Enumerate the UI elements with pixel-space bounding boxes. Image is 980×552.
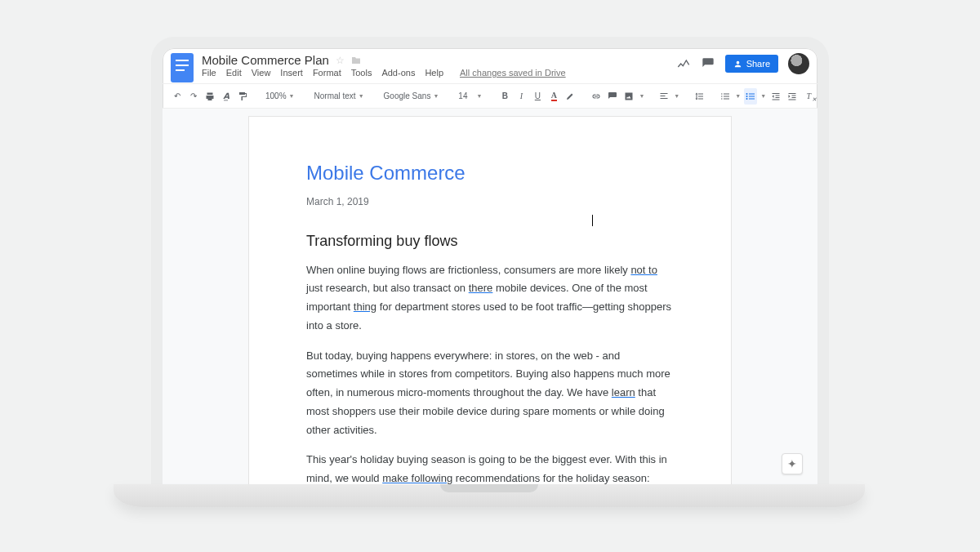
grammar-underline[interactable]: make following bbox=[382, 472, 452, 484]
insert-link-icon[interactable] bbox=[590, 88, 603, 105]
grammar-underline[interactable]: thing bbox=[354, 300, 376, 313]
menu-tools[interactable]: Tools bbox=[351, 68, 372, 78]
document-canvas[interactable]: Mobile Commerce March 1, 2019 Transformi… bbox=[163, 109, 817, 484]
numbered-list-icon[interactable] bbox=[719, 88, 732, 105]
spellcheck-icon[interactable]: A̲ bbox=[220, 88, 233, 105]
titlebar: Mobile Commerce Plan ☆ File Edit View In… bbox=[163, 48, 817, 84]
save-status[interactable]: All changes saved in Drive bbox=[460, 68, 566, 78]
menu-insert[interactable]: Insert bbox=[280, 68, 303, 78]
increase-indent-icon[interactable] bbox=[786, 88, 799, 105]
menubar: File Edit View Insert Format Tools Add-o… bbox=[202, 68, 566, 78]
text-color-icon[interactable]: A bbox=[547, 88, 560, 105]
undo-icon[interactable]: ↶ bbox=[171, 88, 184, 105]
menu-edit[interactable]: Edit bbox=[226, 68, 242, 78]
insert-image-icon[interactable] bbox=[622, 88, 635, 105]
activity-icon[interactable] bbox=[676, 56, 691, 71]
menu-view[interactable]: View bbox=[252, 68, 271, 78]
toolbar: ↶ ↷ A̲ 100%▼ Normal text▼ Google Sans▼ 1… bbox=[163, 84, 817, 109]
underline-icon[interactable]: U bbox=[531, 88, 544, 105]
document-title[interactable]: Mobile Commerce Plan bbox=[202, 53, 329, 67]
doc-heading[interactable]: Transforming buy flows bbox=[306, 229, 674, 255]
doc-date[interactable]: March 1, 2019 bbox=[306, 194, 674, 211]
svg-point-0 bbox=[746, 93, 748, 95]
clear-format-icon[interactable]: T✕ bbox=[802, 88, 815, 105]
menu-addons[interactable]: Add-ons bbox=[381, 68, 415, 78]
grammar-underline[interactable]: not to bbox=[630, 264, 657, 276]
fontsize-select[interactable]: 14▼ bbox=[455, 91, 485, 100]
grammar-underline[interactable]: learn bbox=[612, 386, 635, 398]
paragraph-2[interactable]: But today, buying happens everywhere: in… bbox=[306, 347, 674, 440]
redo-icon[interactable]: ↷ bbox=[187, 88, 200, 105]
highlight-icon[interactable] bbox=[564, 88, 577, 105]
explore-button[interactable]: ✦ bbox=[782, 453, 803, 474]
paragraph-1[interactable]: When online buying flows are frictionles… bbox=[306, 261, 674, 336]
menu-file[interactable]: File bbox=[202, 68, 216, 78]
grammar-underline[interactable]: there bbox=[469, 282, 493, 294]
account-avatar[interactable] bbox=[788, 53, 809, 74]
paint-format-icon[interactable] bbox=[236, 88, 249, 105]
share-label: Share bbox=[746, 59, 770, 69]
voice-typing-icon[interactable] bbox=[828, 88, 829, 105]
svg-point-1 bbox=[746, 96, 748, 97]
style-select[interactable]: Normal text▼ bbox=[311, 91, 368, 100]
italic-icon[interactable]: I bbox=[514, 88, 528, 105]
align-icon[interactable] bbox=[657, 88, 670, 105]
star-icon[interactable]: ☆ bbox=[336, 55, 345, 66]
move-folder-icon[interactable] bbox=[351, 56, 361, 65]
menu-help[interactable]: Help bbox=[425, 68, 443, 78]
svg-point-2 bbox=[746, 98, 748, 100]
document-page[interactable]: Mobile Commerce March 1, 2019 Transformi… bbox=[249, 117, 731, 484]
text-cursor bbox=[592, 215, 593, 226]
laptop-base bbox=[114, 484, 865, 507]
insert-comment-icon[interactable] bbox=[606, 88, 619, 105]
doc-title-heading[interactable]: Mobile Commerce bbox=[306, 156, 674, 190]
menu-format[interactable]: Format bbox=[313, 68, 341, 78]
print-icon[interactable] bbox=[203, 88, 216, 105]
comments-icon[interactable] bbox=[701, 56, 715, 71]
docs-logo-icon[interactable] bbox=[171, 53, 194, 82]
share-button[interactable]: Share bbox=[725, 55, 778, 73]
line-spacing-icon[interactable] bbox=[693, 88, 706, 105]
zoom-select[interactable]: 100%▼ bbox=[262, 91, 298, 100]
bold-icon[interactable]: B bbox=[498, 88, 511, 105]
app-window: Mobile Commerce Plan ☆ File Edit View In… bbox=[151, 37, 829, 484]
bulleted-list-icon[interactable] bbox=[744, 88, 757, 105]
decrease-indent-icon[interactable] bbox=[769, 88, 782, 105]
paragraph-3[interactable]: This year's holiday buying season is goi… bbox=[306, 451, 674, 484]
font-select[interactable]: Google Sans▼ bbox=[381, 91, 443, 100]
